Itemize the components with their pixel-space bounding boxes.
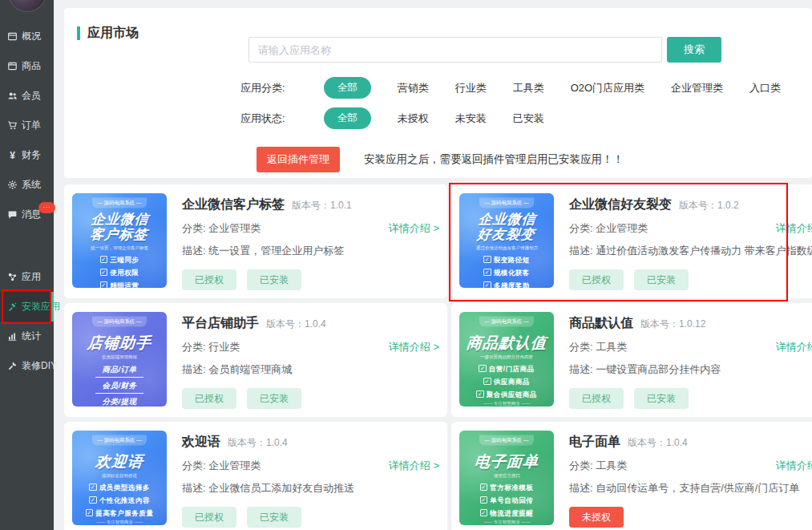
- category-option-marketing[interactable]: 营销类: [398, 81, 429, 95]
- app-name: 企业微信客户标签版本号：1.0.1: [182, 193, 438, 213]
- chat-icon: [7, 209, 18, 220]
- nodes-icon: [7, 272, 18, 282]
- app-version: 版本号：1.0.1: [292, 200, 352, 211]
- app-card-platform-shop-assistant: — 源码电商系统 — 店铺助手 会员前端管理商城 ✓商品/订单 ✓会员/财务 ✓…: [64, 303, 447, 417]
- app-logo: — 源码电商系统 — 企业微信好友裂变 通过价值活动激发客户传播动力 ✓裂变路径…: [459, 193, 554, 288]
- sidebar-item-label: 订单: [22, 119, 41, 132]
- app-name: 商品默认值版本号：1.0.12: [569, 312, 812, 332]
- category-option-industry[interactable]: 行业类: [455, 81, 487, 95]
- installed-badge: 已安装: [634, 388, 689, 409]
- app-name: 企业微信好友裂变版本号：1.0.2: [569, 193, 812, 213]
- status-option-all[interactable]: 全部: [324, 107, 371, 129]
- status-option-unauthorized[interactable]: 未授权: [398, 111, 429, 126]
- app-version: 版本号：1.0.4: [266, 318, 326, 330]
- gear-icon: [7, 180, 18, 190]
- sidebar-item-label: 财务: [22, 148, 41, 162]
- sidebar-item-orders[interactable]: 订单: [0, 111, 54, 140]
- unauthorized-badge: 未授权: [569, 507, 624, 528]
- detail-link[interactable]: 详情介绍 >: [389, 221, 439, 236]
- sidebar-nav: 概况 商品 会员 订单 ¥ 财务 系统 消息 ...: [0, 22, 54, 381]
- authorized-badge: 已授权: [182, 507, 236, 528]
- sidebar-item-system[interactable]: 系统: [0, 170, 54, 200]
- sidebar-item-apps[interactable]: 应用: [0, 262, 54, 292]
- back-to-plugin-manager-button[interactable]: 返回插件管理: [257, 147, 340, 172]
- installed-badge: 已安装: [247, 269, 301, 290]
- app-version: 版本号：1.0.4: [628, 437, 688, 448]
- authorized-badge: 已授权: [569, 388, 624, 409]
- sidebar-item-decoration-diy[interactable]: 装修DIY: [0, 351, 54, 381]
- app-card-product-defaults: — 源码电商系统 — 商品默认值 一键设置商品部分挂件内容 ✓自营/门店商品 ✓…: [451, 303, 812, 417]
- dashboard-icon: [7, 31, 18, 42]
- status-badges: 已授权 已安装: [182, 507, 301, 528]
- app-card-wecom-customer-tags: — 源码电商系统 — 企业微信客户标签 统一设置，管理企业客户标签 ✓三端同步 …: [64, 184, 447, 298]
- app-version: 版本号：1.0.4: [228, 437, 288, 448]
- app-description: 描述: 统一设置，管理企业用户标签: [182, 244, 438, 258]
- hammer-icon: [7, 361, 18, 371]
- sidebar-item-label: 装修DIY: [22, 359, 57, 373]
- app-card-welcome-message: — 源码电商系统 — 欢迎语 添加好友自动推送 ✓成员类型选择多 ✓个性化推送内…: [64, 422, 447, 530]
- sidebar-item-label: 系统: [22, 178, 41, 192]
- sidebar-item-label: 商品: [22, 59, 41, 73]
- status-filter-label: 应用状态:: [240, 111, 285, 126]
- title-accent-bar: [77, 26, 80, 40]
- category-option-all[interactable]: 全部: [324, 77, 371, 99]
- status-badges: 已授权 已安装: [182, 269, 301, 290]
- status-option-installed[interactable]: 已安装: [513, 111, 544, 126]
- sidebar-item-label: 消息: [22, 208, 41, 221]
- search-input[interactable]: [248, 37, 662, 63]
- app-card-wecom-friend-fission: — 源码电商系统 — 企业微信好友裂变 通过价值活动激发客户传播动力 ✓裂变路径…: [451, 184, 812, 298]
- sidebar-item-goods[interactable]: 商品: [0, 51, 54, 81]
- avatar[interactable]: [8, 0, 46, 12]
- sidebar-item-label: 应用: [22, 270, 41, 284]
- page-title: 应用市场: [77, 25, 139, 42]
- installed-badge: 已安装: [634, 269, 689, 290]
- install-icon: [7, 301, 18, 312]
- notice-text: 安装应用之后，需要返回插件管理启用已安装应用！！: [364, 152, 624, 167]
- category-option-enterprise[interactable]: 企业管理类: [671, 81, 723, 95]
- category-filter-row: 应用分类: 全部 营销类 行业类 工具类 O2O门店应用类 企业管理类 入口类: [240, 77, 781, 99]
- category-option-tools[interactable]: 工具类: [513, 81, 544, 95]
- message-count-badge: ...: [38, 202, 55, 213]
- yen-icon: ¥: [7, 150, 18, 161]
- installed-badge: 已安装: [247, 388, 301, 409]
- sidebar-item-finance[interactable]: ¥ 财务: [0, 140, 54, 170]
- app-description: 描述: 企业微信员工添加好友自动推送: [182, 481, 438, 496]
- sidebar-item-label: 会员: [22, 89, 41, 103]
- status-option-not-installed[interactable]: 未安装: [455, 111, 487, 126]
- sidebar-item-label: 安装应用: [22, 300, 60, 314]
- sidebar-item-overview[interactable]: 概况: [0, 22, 54, 51]
- members-icon: [7, 91, 18, 101]
- app-logo: — 源码电商系统 — 欢迎语 添加好友自动推送 ✓成员类型选择多 ✓个性化推送内…: [72, 431, 167, 525]
- chart-icon: [7, 331, 18, 342]
- sidebar-item-members[interactable]: 会员: [0, 81, 54, 111]
- sidebar-item-messages[interactable]: 消息 ...: [0, 200, 54, 229]
- category-filter-label: 应用分类:: [240, 81, 285, 95]
- detail-link[interactable]: 详情介绍 >: [776, 221, 812, 236]
- app-logo: — 源码电商系统 — 店铺助手 会员前端管理商城 ✓商品/订单 ✓会员/财务 ✓…: [72, 312, 167, 407]
- detail-link[interactable]: 详情介绍 >: [776, 340, 812, 354]
- authorized-badge: 已授权: [182, 269, 236, 290]
- installed-badge: 已安装: [247, 507, 301, 528]
- app-description: 描述: 通过价值活动激发客户传播动力 带来客户指数级新增: [569, 244, 812, 258]
- detail-link[interactable]: 详情介绍 >: [389, 340, 439, 354]
- goods-icon: [7, 61, 18, 71]
- sidebar-item-installed-apps[interactable]: 安装应用: [0, 292, 54, 322]
- detail-link[interactable]: 详情介绍 >: [389, 459, 439, 473]
- category-option-o2o[interactable]: O2O门店应用类: [571, 81, 644, 95]
- sidebar-item-statistics[interactable]: 统计: [0, 322, 54, 351]
- status-badges: 已授权 已安装: [569, 388, 689, 409]
- category-option-entry[interactable]: 入口类: [749, 81, 781, 95]
- search-button[interactable]: 搜索: [667, 37, 721, 63]
- app-card-electronic-waybill: — 源码电商系统 — 电子面单 使用官方接口 ✓官方标准模板 ✓单号自动回传 ✓…: [451, 422, 812, 530]
- detail-link[interactable]: 详情介绍 >: [776, 459, 812, 473]
- status-badges: 未授权: [569, 507, 624, 528]
- status-badges: 已授权 已安装: [182, 388, 301, 409]
- app-version: 版本号：1.0.12: [640, 318, 705, 330]
- app-name: 欢迎语版本号：1.0.4: [182, 431, 438, 451]
- status-filter-row: 应用状态: 全部 未授权 未安装 已安装: [240, 107, 544, 129]
- app-description: 描述: 会员前端管理商城: [182, 362, 438, 377]
- sidebar: 概况 商品 会员 订单 ¥ 财务 系统 消息 ...: [0, 0, 54, 530]
- authorized-badge: 已授权: [182, 388, 236, 409]
- app-description: 描述: 自动回传运单号，支持自营/供应商/门店订单: [569, 481, 812, 496]
- app-card-grid: — 源码电商系统 — 企业微信客户标签 统一设置，管理企业客户标签 ✓三端同步 …: [64, 184, 812, 530]
